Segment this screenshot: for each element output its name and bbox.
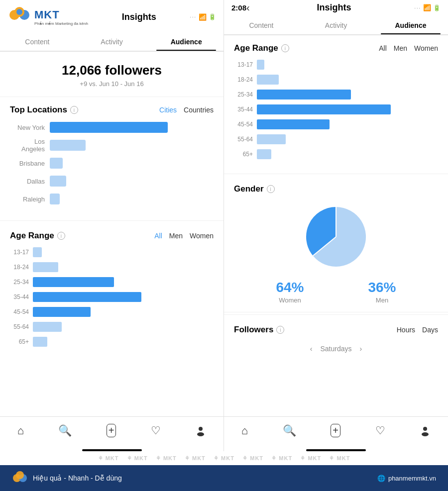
age-fill-1824-left [33, 262, 58, 272]
bar-track-dallas [50, 176, 214, 187]
age-range-header-left: Age Range i All Men Women [0, 223, 224, 247]
bar-label-brisbane: Brisbane [10, 160, 50, 167]
age-row-1824-left: 18-24 [10, 262, 214, 273]
followers-title-right: Followers [234, 325, 273, 335]
tab-audience-right[interactable]: Audience [373, 16, 448, 34]
filter-countries[interactable]: Countries [184, 106, 214, 114]
age-range-info-icon-right: i [281, 44, 289, 52]
age-filter-all-right[interactable]: All [379, 44, 387, 52]
left-wifi-icon: 📶 [199, 13, 207, 21]
age-range-info-icon-left: i [57, 232, 65, 240]
bar-row-raleigh: Raleigh [10, 193, 214, 205]
nav-search-left[interactable]: 🔍 [53, 422, 77, 439]
age-row-5564-left: 55-64 [10, 321, 214, 332]
bar-row-newyork: New York [10, 121, 214, 134]
age-range-title-right: Age Range [234, 43, 278, 53]
age-range-title-left: Age Range [10, 231, 54, 241]
gender-stat-men: 36% Men [368, 280, 396, 304]
bar-label-raleigh: Raleigh [10, 196, 50, 203]
bar-fill-newyork [50, 122, 168, 133]
heart-icon-right: ♡ [375, 424, 385, 437]
tab-audience-left[interactable]: Audience [149, 33, 224, 51]
right-content-scroll: Age Range i All Men Women 13-17 18-24 [224, 35, 448, 416]
age-fill-4554-left [33, 307, 91, 317]
nav-search-right[interactable]: 🔍 [278, 422, 301, 439]
nav-profile-right[interactable] [415, 423, 436, 438]
filter-hours[interactable]: Hours [397, 326, 415, 334]
filter-days[interactable]: Days [422, 326, 438, 334]
bar-row-dallas: Dallas [10, 175, 214, 188]
sat-prev-arrow[interactable]: ‹ [310, 345, 313, 353]
bar-row-brisbane: Brisbane [10, 157, 214, 170]
age-label-65-left: 65+ [10, 338, 33, 345]
left-page-title: Insights [88, 12, 190, 22]
svg-point-3 [16, 9, 22, 15]
gender-title: Gender [234, 184, 264, 194]
age-label-2534-left: 25-34 [10, 279, 33, 286]
age-filter-all-left[interactable]: All [154, 232, 162, 240]
gender-stats: 64% Women 36% Men [234, 280, 438, 304]
logo-area: MKT Phần mềm Marketing đa kênh [7, 5, 88, 29]
home-icon-left: ⌂ [17, 424, 24, 437]
left-status-bar: ··· 📶 🔋 [190, 13, 216, 21]
nav-home-right[interactable]: ⌂ [236, 422, 253, 439]
saturdays-nav: ‹ Saturdays › [234, 341, 438, 357]
right-battery-icon: 🔋 [433, 4, 441, 11]
bar-track-la [50, 140, 214, 151]
age-bar-chart-left: 13-17 18-24 25-34 35-44 [0, 247, 224, 359]
svg-point-9 [422, 432, 429, 436]
footer-left: Hiệu quả - Nhanh - Dễ dùng [12, 470, 122, 486]
men-percentage: 36% [368, 280, 396, 295]
svg-point-12 [16, 471, 24, 479]
top-locations-header: Top Locations i Cities Countries [0, 97, 224, 121]
age-row-1824-right: 18-24 [234, 74, 438, 85]
logo-icon [7, 5, 31, 29]
bar-fill-dallas [50, 176, 66, 187]
filter-cities[interactable]: Cities [159, 106, 177, 114]
age-label-5564-left: 55-64 [10, 323, 33, 330]
nav-add-left[interactable]: + [102, 422, 121, 439]
tab-activity-left[interactable]: Activity [75, 33, 149, 51]
nav-heart-left[interactable]: ♡ [146, 422, 166, 439]
age-range-section-left: Age Range i All Men Women 13-17 18-24 [0, 223, 224, 359]
bottom-nav-right: ⌂ 🔍 + ♡ [224, 416, 448, 446]
age-label-1824-left: 18-24 [10, 264, 33, 271]
bar-row-la: Los Angeles [10, 139, 214, 152]
nav-heart-right[interactable]: ♡ [370, 422, 390, 439]
age-filter-women-left[interactable]: Women [190, 232, 214, 240]
right-page-title: Insights [254, 2, 415, 13]
age-bar-chart-right: 13-17 18-24 25-34 35-44 [224, 59, 448, 172]
bar-fill-raleigh [50, 194, 60, 204]
gender-info-icon: i [267, 185, 275, 193]
tab-content-right[interactable]: Content [224, 16, 299, 34]
age-row-3544-left: 35-44 [10, 292, 214, 302]
top-locations-section: Top Locations i Cities Countries New Yor… [0, 97, 224, 218]
age-label-4554-left: 45-54 [10, 308, 33, 315]
age-fill-2534-left [33, 277, 114, 287]
footer-logo-icon [12, 470, 28, 486]
sat-next-arrow[interactable]: › [360, 345, 362, 353]
bar-track-brisbane [50, 158, 214, 169]
age-filter-men-right[interactable]: Men [394, 44, 407, 52]
nav-add-right[interactable]: + [326, 422, 345, 439]
followers-change: +9 vs. Jun 10 - Jun 16 [10, 80, 214, 88]
tab-activity-right[interactable]: Activity [299, 16, 373, 34]
top-locations-info-icon: i [70, 106, 78, 114]
footer-tagline: Hiệu quả - Nhanh - Dễ dùng [33, 474, 122, 482]
age-row-4554-right: 45-54 [234, 119, 438, 130]
bar-label-la: Los Angeles [10, 138, 50, 153]
age-filter-men-left[interactable]: Men [169, 232, 183, 240]
age-filter-women-right[interactable]: Women [414, 44, 438, 52]
bottom-nav-left: ⌂ 🔍 + ♡ [0, 416, 224, 446]
age-fill-5564-left [33, 322, 62, 332]
nav-profile-left[interactable] [190, 423, 211, 438]
tab-content-left[interactable]: Content [0, 33, 75, 51]
age-row-2534-right: 25-34 [234, 89, 438, 100]
age-row-3544-right: 35-44 [234, 104, 438, 115]
nav-home-left[interactable]: ⌂ [12, 422, 29, 439]
age-row-65-left: 65+ [10, 336, 214, 347]
globe-icon: 🌐 [377, 475, 385, 482]
sat-label: Saturdays [320, 345, 351, 353]
left-battery-icon: 🔋 [209, 13, 216, 20]
back-button[interactable]: ‹ [246, 2, 250, 13]
